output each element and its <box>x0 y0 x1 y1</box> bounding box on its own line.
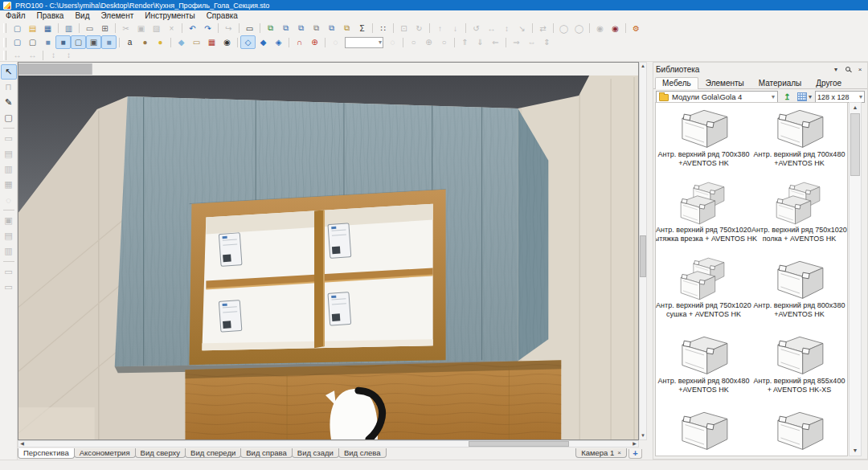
library-tab-other[interactable]: Другое <box>809 77 849 88</box>
view-sketch-button[interactable]: ▢ <box>25 35 40 49</box>
vscroll-thumb[interactable] <box>640 235 646 277</box>
undo-button[interactable]: ↶ <box>185 22 200 35</box>
view-tab-2[interactable]: Аксонометрия <box>74 448 136 458</box>
window-new-button[interactable]: ⧉ <box>263 22 278 35</box>
save-file-button[interactable]: ▦ <box>40 22 55 35</box>
view-textures-button[interactable]: ■ <box>55 35 71 49</box>
view-contours-button[interactable]: ▢ <box>71 35 86 49</box>
center-x-button[interactable]: ○ <box>406 35 421 49</box>
move-element-button[interactable]: ↔ <box>484 22 499 35</box>
library-item[interactable]: Антр. верхний ряд 700x480+AVENTOS HK <box>751 103 847 178</box>
dim-horizontal-button[interactable]: ↔ <box>10 48 25 62</box>
edit-size-tool-button[interactable]: ▭ <box>1 131 17 146</box>
align-top-button[interactable]: ⇑ <box>457 35 473 49</box>
library-item[interactable] <box>751 405 847 456</box>
view-tab-4[interactable]: Вид спереди <box>185 448 241 458</box>
align-center-v-button[interactable]: ⇕ <box>539 35 555 49</box>
view-tab-6[interactable]: Вид сзади <box>292 448 339 458</box>
library-tab-furniture[interactable]: Мебель <box>655 77 698 89</box>
view-tab-1[interactable]: Перспектива <box>18 448 75 459</box>
display-button[interactable]: ▭ <box>242 22 257 35</box>
edit-front-tool-button[interactable]: ▤ <box>1 146 17 161</box>
library-path-combo[interactable]: Модули Gola\Gola 4 ▾ <box>656 91 778 103</box>
camera-close-icon[interactable]: × <box>617 448 621 457</box>
window-cascade-button[interactable]: ⧉ <box>278 22 293 35</box>
scroll-left-icon[interactable]: ◀ <box>18 441 26 447</box>
misc-a-tool-button[interactable]: ▭ <box>1 264 17 280</box>
report-button[interactable]: ▥ <box>61 22 76 35</box>
export-button[interactable]: ↪ <box>221 22 236 35</box>
mirror-element-button[interactable]: ⇄ <box>535 22 551 35</box>
move-up-button[interactable]: ↑ <box>432 22 448 35</box>
zoom-in-button[interactable]: ◌ <box>385 35 400 49</box>
viewport-hscrollbar[interactable]: ◀ ▶ <box>18 440 639 448</box>
menu-view[interactable]: Вид <box>69 10 95 21</box>
zoom-tool-button[interactable]: ◌ <box>1 192 17 207</box>
view-textured-edges-button[interactable]: ■ <box>101 35 117 49</box>
delete-button[interactable]: × <box>164 22 179 35</box>
select-tool-button[interactable]: ↖ <box>1 64 17 80</box>
library-menu-button[interactable]: ▾ <box>831 65 841 74</box>
window-horizontal-button[interactable]: ⧉ <box>309 22 324 35</box>
settings-button[interactable]: ⚙ <box>628 22 644 35</box>
window-tile-button[interactable]: ⧉ <box>293 22 309 35</box>
board-tool-button[interactable]: ▢ <box>1 110 17 125</box>
group-tool-button[interactable]: ▣ <box>1 213 17 228</box>
snap-points-button[interactable]: ◇ <box>240 35 256 49</box>
list-tool-button[interactable]: ▤ <box>1 228 17 243</box>
view-tab-5[interactable]: Вид справа <box>240 448 293 458</box>
view-colors-button[interactable]: ■ <box>40 35 55 49</box>
viewport-vscrollbar[interactable]: ▲ ▼ <box>639 62 647 440</box>
scroll-up-icon[interactable]: ▲ <box>640 63 646 70</box>
copy-button[interactable]: ▣ <box>133 22 149 35</box>
dim-vertical-button[interactable]: ↕ <box>46 48 61 62</box>
align-bottom-button[interactable]: ⇓ <box>473 35 488 49</box>
view-edges-button[interactable]: ▣ <box>86 35 101 49</box>
library-item[interactable]: Антр. верхний ряд 750x1020сушка + AVENTO… <box>656 254 751 329</box>
menu-file[interactable]: Файл <box>0 10 31 21</box>
transparency-button[interactable]: ◆ <box>174 35 189 49</box>
rotate-element-button[interactable]: ↺ <box>469 22 484 35</box>
print-button[interactable]: ▭ <box>82 22 97 35</box>
dim-vertical-b-button[interactable]: ↕ <box>61 48 76 62</box>
align-left-button[interactable]: ⇐ <box>488 35 503 49</box>
grid-button[interactable]: ▦ <box>204 35 219 49</box>
lib-scroll-thumb[interactable] <box>850 113 860 176</box>
library-item[interactable]: Антр. верхний ряд 750x1020полка + AVENTO… <box>751 178 847 254</box>
align-right-button[interactable]: ⇒ <box>509 35 524 49</box>
render-area[interactable] <box>18 62 639 440</box>
view-tab-3[interactable]: Вид сверху <box>135 448 186 458</box>
light-b-button[interactable]: ◯ <box>571 22 587 35</box>
dimensions-button[interactable]: ▭ <box>189 35 204 49</box>
center-xy-button[interactable]: ⊕ <box>421 35 436 49</box>
edit-top-tool-button[interactable]: ▦ <box>1 177 17 192</box>
menu-tools[interactable]: Инструменты <box>139 10 200 21</box>
new-file-button[interactable]: ▢ <box>10 22 25 35</box>
light-a-button[interactable]: ◯ <box>556 22 571 35</box>
scale-element-button[interactable]: ↘ <box>514 22 530 35</box>
magnet-button[interactable]: ∩ <box>292 35 307 49</box>
open-file-button[interactable]: ▤ <box>25 22 40 35</box>
scroll-right-icon[interactable]: ▶ <box>631 441 638 447</box>
align-center-h-button[interactable]: ⇔ <box>524 35 539 49</box>
menu-edit[interactable]: Правка <box>31 10 70 21</box>
edit-side-tool-button[interactable]: ▥ <box>1 161 17 177</box>
library-pin-button[interactable] <box>843 65 853 74</box>
library-item[interactable]: Антр. верхний ряд 800x480+AVENTOS HK <box>656 329 751 405</box>
misc-b-tool-button[interactable]: ▭ <box>1 280 17 295</box>
zoom-level-combo[interactable]: ▾ <box>345 37 383 48</box>
dim-horizontal-b-button[interactable]: ↔ <box>25 48 40 62</box>
library-scrollbar[interactable]: ▲ ▼ <box>849 102 862 456</box>
camera-tab[interactable]: Камера 1× <box>575 448 627 458</box>
paste-button[interactable]: ▨ <box>149 22 164 35</box>
library-item[interactable]: Антр. верхний ряд 855x400+ AVENTOS HK-XS <box>751 329 847 405</box>
lib-scroll-down-icon[interactable]: ▼ <box>850 446 861 456</box>
zoom-window-button[interactable]: ◌ <box>328 35 343 49</box>
lib-scroll-up-icon[interactable]: ▲ <box>850 103 861 112</box>
text-labels-button[interactable]: a <box>122 35 137 49</box>
walk-tool-button[interactable]: ⊓ <box>1 80 17 95</box>
show-element-button[interactable]: ◉ <box>608 22 623 35</box>
print-preview-button[interactable]: ⊞ <box>97 22 113 35</box>
hscroll-thumb[interactable] <box>469 441 569 447</box>
rotate-view-button[interactable]: ↻ <box>411 22 427 35</box>
